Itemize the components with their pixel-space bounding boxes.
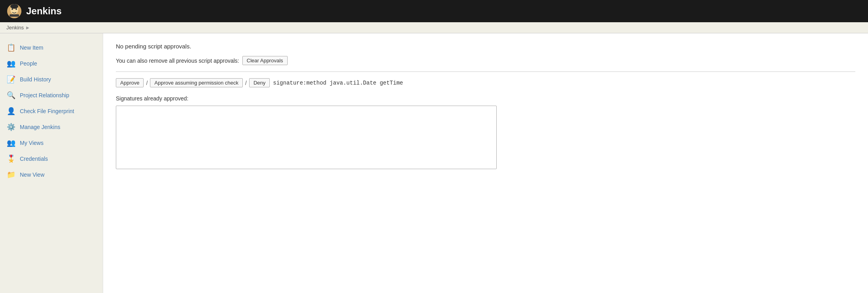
breadcrumb-home[interactable]: Jenkins (6, 25, 24, 31)
separator-slash-1: / (145, 80, 148, 86)
breadcrumb: Jenkins ▶ (0, 22, 868, 33)
sidebar-label-new-item: New Item (20, 44, 43, 51)
svg-point-2 (12, 8, 13, 10)
check-file-fingerprint-icon: 👤 (6, 106, 16, 116)
header: Jenkins (0, 0, 868, 22)
sidebar-label-build-history: Build History (20, 76, 51, 83)
sidebar-item-check-file-fingerprint[interactable]: 👤 Check File Fingerprint (0, 103, 103, 119)
separator-slash-2: / (244, 80, 248, 86)
layout: 📋 New Item 👥 People 📝 Build History 🔍 Pr… (0, 33, 868, 293)
clear-approvals-row: You can also remove all previous script … (116, 56, 855, 65)
svg-point-5 (10, 4, 18, 9)
sidebar-label-people: People (20, 60, 37, 67)
sidebar-item-my-views[interactable]: 👥 My Views (0, 135, 103, 151)
section-divider (116, 71, 855, 72)
sidebar-label-manage-jenkins: Manage Jenkins (20, 124, 60, 130)
sidebar: 📋 New Item 👥 People 📝 Build History 🔍 Pr… (0, 33, 103, 293)
sidebar-label-credentials: Credentials (20, 156, 48, 162)
main-content: No pending script approvals. You can als… (103, 33, 868, 293)
sidebar-label-project-relationship: Project Relationship (20, 92, 69, 98)
new-item-icon: 📋 (6, 43, 16, 52)
no-pending-text: No pending script approvals. (116, 43, 855, 50)
signatures-already-approved-label: Signatures already approved: (116, 95, 855, 102)
sidebar-item-manage-jenkins[interactable]: ⚙️ Manage Jenkins (0, 119, 103, 135)
build-history-icon: 📝 (6, 75, 16, 84)
sidebar-item-people[interactable]: 👥 People (0, 56, 103, 71)
svg-point-3 (15, 8, 17, 10)
sidebar-item-credentials[interactable]: 🎖️ Credentials (0, 151, 103, 167)
sidebar-item-build-history[interactable]: 📝 Build History (0, 71, 103, 87)
approve-assuming-permission-button[interactable]: Approve assuming permission check (150, 78, 243, 87)
sidebar-item-new-item[interactable]: 📋 New Item (0, 40, 103, 56)
sidebar-item-new-view[interactable]: 📁 New View (0, 167, 103, 183)
sidebar-label-my-views: My Views (20, 140, 44, 146)
sidebar-item-project-relationship[interactable]: 🔍 Project Relationship (0, 87, 103, 103)
header-title: Jenkins (26, 6, 61, 17)
sidebar-label-new-view: New View (20, 172, 44, 178)
approval-row: Approve / Approve assuming permission ch… (116, 78, 855, 87)
credentials-icon: 🎖️ (6, 154, 16, 164)
signature-text: signature:method java.util.Date getTime (273, 80, 403, 86)
approve-button[interactable]: Approve (116, 78, 144, 87)
breadcrumb-separator-icon: ▶ (26, 25, 29, 30)
people-icon: 👥 (6, 59, 16, 68)
sidebar-label-check-file-fingerprint: Check File Fingerprint (20, 108, 74, 114)
my-views-icon: 👥 (6, 138, 16, 148)
manage-jenkins-icon: ⚙️ (6, 122, 16, 132)
new-view-icon: 📁 (6, 170, 16, 179)
signatures-box (116, 106, 497, 169)
project-relationship-icon: 🔍 (6, 91, 16, 100)
clear-approvals-button[interactable]: Clear Approvals (242, 56, 288, 65)
deny-button[interactable]: Deny (249, 78, 270, 87)
svg-rect-4 (10, 14, 19, 17)
jenkins-logo-icon (6, 3, 22, 19)
clear-approvals-prefix: You can also remove all previous script … (116, 58, 239, 64)
